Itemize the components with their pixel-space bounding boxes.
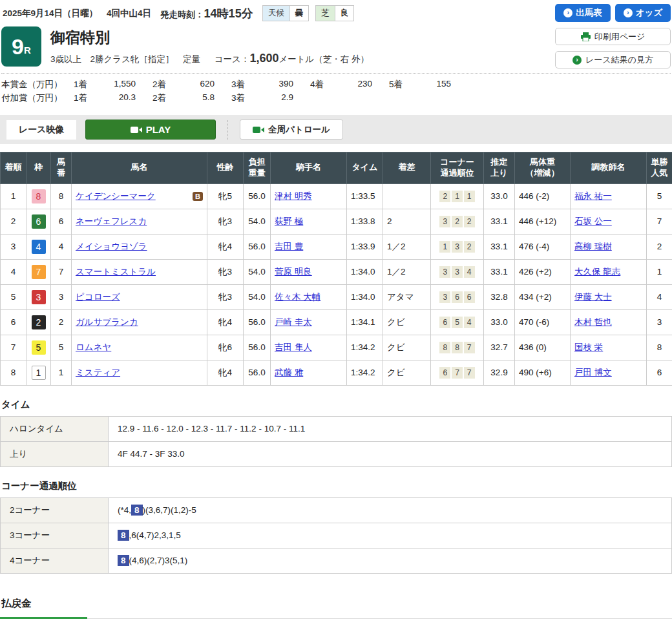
course-suffix: メートル（芝・右 外） bbox=[278, 54, 369, 64]
jockey-link[interactable]: 津村 明秀 bbox=[275, 191, 312, 201]
jockey-link[interactable]: 吉田 隼人 bbox=[275, 342, 312, 352]
bracket-number: 6 bbox=[32, 214, 46, 229]
horse-name-link[interactable]: ミスティア bbox=[76, 368, 120, 377]
col-carried-weight: 負担 重量 bbox=[244, 152, 271, 184]
jockey-link[interactable]: 菅原 明良 bbox=[275, 267, 312, 277]
race-title: 御宿特別 bbox=[50, 28, 369, 48]
carried-weight: 54.0 bbox=[244, 209, 271, 234]
prize-amount: 20.3 bbox=[102, 92, 136, 104]
corner-order-text: (4,6)(2,7)3(5,1) bbox=[129, 556, 188, 565]
printer-icon bbox=[581, 32, 591, 41]
how-to-read-button[interactable]: レース結果の見方 bbox=[555, 51, 671, 68]
video-camera-icon bbox=[253, 126, 264, 134]
horse-number: 2 bbox=[51, 309, 72, 335]
race-conditions: 3歳以上 2勝クラス牝［指定］ 定量 コース：1,600メートル（芝・右 外） bbox=[50, 52, 369, 65]
corner-position: 2 bbox=[452, 216, 463, 227]
horse-name-link[interactable]: メイショウヨゾラ bbox=[76, 242, 147, 251]
margin: クビ bbox=[383, 335, 431, 360]
sex-age: 牝3 bbox=[207, 209, 244, 234]
corner-position: 8 bbox=[452, 342, 463, 353]
jockey-link[interactable]: 武藤 雅 bbox=[275, 368, 303, 377]
trainer-link[interactable]: 福永 祐一 bbox=[574, 191, 612, 201]
start-time-group: 発走時刻：14時15分 bbox=[160, 6, 253, 21]
page-header: 2025年9月14日（日曜） 4回中山4日 発走時刻：14時15分 天候 曇 芝… bbox=[0, 0, 672, 74]
horse-name-link[interactable]: ガルサブランカ bbox=[76, 317, 138, 327]
play-button[interactable]: PLAY bbox=[85, 120, 216, 140]
win-popularity: 2 bbox=[647, 234, 672, 259]
finish-time: 1:33.8 bbox=[347, 209, 383, 234]
corner-2-label: 2コーナー bbox=[1, 497, 109, 523]
last-3f: 33.0 bbox=[484, 183, 515, 209]
race-title-group: 御宿特別 3歳以上 2勝クラス牝［指定］ 定量 コース：1,600メートル（芝・… bbox=[50, 28, 369, 65]
corner-position: 3 bbox=[452, 241, 463, 253]
horse-name-link[interactable]: スマートミストラル bbox=[76, 267, 156, 277]
trainer-link[interactable]: 石坂 公一 bbox=[574, 216, 612, 226]
horse-name-link[interactable]: ピコローズ bbox=[76, 292, 120, 302]
col-bracket: 枠 bbox=[26, 152, 51, 184]
result-row: 4 7 7 スマートミストラル 牝3 54.0 菅原 明良 1:34.0 1／2… bbox=[1, 259, 672, 284]
corner-position: 1 bbox=[464, 191, 475, 202]
finish-position: 6 bbox=[1, 309, 26, 335]
agari-label: 上り bbox=[1, 441, 109, 466]
corner-2-value: (*4,8)(3,6,7)(1,2)-5 bbox=[109, 497, 672, 523]
trainer-link[interactable]: 国枝 栄 bbox=[574, 342, 603, 352]
trainer-link[interactable]: 伊藤 大士 bbox=[574, 292, 612, 302]
winner-highlight: 8 bbox=[118, 530, 129, 541]
bracket-number: 1 bbox=[32, 366, 46, 380]
corner-position: 3 bbox=[439, 291, 450, 303]
horse-name-link[interactable]: ネーヴェフレスカ bbox=[76, 216, 147, 226]
header-action-buttons: 出馬表 オッズ 印刷用ページ レース結果の見方 bbox=[555, 4, 671, 68]
col-horse-number: 馬 番 bbox=[51, 152, 72, 184]
furlong-time-label: ハロンタイム bbox=[1, 416, 109, 441]
weather-value: 曇 bbox=[289, 6, 309, 21]
trainer-link[interactable]: 木村 哲也 bbox=[574, 317, 612, 327]
corner-position: 6 bbox=[464, 291, 475, 303]
finish-position: 4 bbox=[1, 259, 26, 284]
main-prize-label: 本賞金（万円） bbox=[1, 79, 74, 90]
odds-button[interactable]: オッズ bbox=[615, 4, 671, 22]
corner-position: 5 bbox=[452, 317, 463, 328]
trainer-link[interactable]: 高柳 瑞樹 bbox=[574, 242, 612, 251]
race-video-button[interactable]: レース映像 bbox=[6, 120, 76, 140]
main-prize-row: 本賞金（万円） 1着1,550 2着620 3着390 4着230 5着155 bbox=[1, 79, 671, 90]
corner-position: 3 bbox=[439, 216, 450, 227]
bracket-number: 8 bbox=[32, 189, 46, 204]
finish-time: 1:34.2 bbox=[347, 360, 383, 385]
corner-position: 2 bbox=[439, 191, 450, 202]
horse-number: 5 bbox=[51, 335, 72, 360]
print-page-label: 印刷用ページ bbox=[594, 31, 646, 43]
finish-time: 1:34.1 bbox=[347, 309, 383, 335]
patrol-video-button[interactable]: 全周パトロール bbox=[240, 120, 343, 140]
corner-4-label: 4コーナー bbox=[1, 548, 109, 573]
agari-value: 4F 44.7 - 3F 33.0 bbox=[109, 441, 672, 466]
jockey-link[interactable]: 佐々木 大輔 bbox=[275, 292, 320, 302]
horse-weight: 426 (+2) bbox=[515, 259, 571, 284]
race-results-table: 着順 枠 馬 番 馬名 性齢 負担 重量 騎手名 タイム 着差 コーナー 通過順… bbox=[0, 152, 672, 386]
horse-name-link[interactable]: ケイデンシーマーク bbox=[76, 191, 156, 202]
bracket-number: 4 bbox=[32, 240, 46, 254]
corner-position: 1 bbox=[439, 241, 450, 253]
race-date: 2025年9月14日（日曜） bbox=[3, 8, 98, 19]
finish-time: 1:33.9 bbox=[347, 234, 383, 259]
sex-age: 牝4 bbox=[207, 360, 244, 385]
bracket-number: 3 bbox=[32, 290, 46, 304]
trainer-link[interactable]: 大久保 龍志 bbox=[574, 267, 620, 277]
corner-position: 3 bbox=[452, 266, 463, 278]
corner-order-text: (*4, bbox=[118, 505, 131, 515]
horse-name-link[interactable]: ロムネヤ bbox=[76, 342, 111, 352]
weather-label: 天候 bbox=[263, 6, 289, 21]
col-jockey: 騎手名 bbox=[271, 152, 347, 184]
prize-place: 2着 bbox=[152, 79, 181, 90]
sex-age: 牝5 bbox=[207, 183, 244, 209]
finish-position: 7 bbox=[1, 335, 26, 360]
trainer-link[interactable]: 戸田 博文 bbox=[574, 368, 612, 377]
jockey-link[interactable]: 吉田 豊 bbox=[275, 242, 303, 251]
jockey-link[interactable]: 荻野 極 bbox=[275, 216, 303, 226]
corner-position: 7 bbox=[452, 367, 463, 379]
jockey-link[interactable]: 戸崎 圭太 bbox=[275, 317, 312, 327]
winner-highlight: 8 bbox=[118, 555, 129, 566]
print-page-button[interactable]: 印刷用ページ bbox=[555, 28, 671, 45]
last-3f: 32.7 bbox=[484, 335, 515, 360]
race-conditions-text: 3歳以上 2勝クラス牝［指定］ 定量 bbox=[50, 54, 200, 64]
entry-table-button[interactable]: 出馬表 bbox=[555, 4, 611, 22]
